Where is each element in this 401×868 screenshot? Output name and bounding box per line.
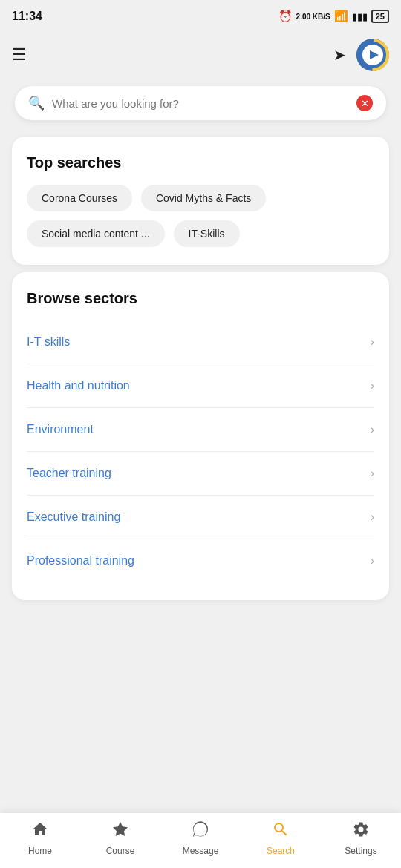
chevron-right-icon: › [371, 379, 374, 392]
sector-health-nutrition-label: Health and nutrition [27, 379, 130, 392]
chip-social-media[interactable]: Social media content ... [27, 220, 165, 247]
nav-home[interactable]: Home [18, 821, 62, 856]
alarm-icon: ⏰ [278, 10, 293, 23]
nav-home-label: Home [28, 846, 52, 856]
signal-icon: ▮▮▮ [352, 11, 368, 22]
wifi-icon: 📶 [334, 10, 348, 23]
sector-it-skills-label: I-T skills [27, 335, 70, 349]
chip-it-skills[interactable]: IT-Skills [174, 220, 240, 247]
sector-teacher-training[interactable]: Teacher training › [27, 452, 374, 496]
nav-search[interactable]: Search [258, 821, 303, 856]
settings-icon [352, 821, 370, 843]
network-speed: 2.00 KB/S [296, 13, 330, 21]
avatar[interactable] [356, 39, 389, 71]
top-bar-right: ➤ [333, 39, 389, 71]
nav-message-label: Message [183, 846, 219, 856]
nav-search-label: Search [267, 846, 295, 856]
sector-health-nutrition[interactable]: Health and nutrition › [27, 364, 374, 408]
menu-icon[interactable]: ☰ [12, 45, 27, 65]
sector-it-skills[interactable]: I-T skills › [27, 320, 374, 364]
chevron-right-icon: › [371, 554, 374, 568]
browse-sectors-card: Browse sectors I-T skills › Health and n… [12, 272, 389, 600]
chip-covid-myths[interactable]: Covid Myths & Facts [141, 185, 266, 211]
home-icon [31, 821, 49, 843]
chip-corona-courses[interactable]: Corona Courses [27, 185, 132, 211]
chevron-right-icon: › [371, 467, 374, 480]
status-icons: ⏰ 2.00 KB/S 📶 ▮▮▮ 25 [278, 10, 389, 23]
chevron-right-icon: › [371, 335, 374, 349]
bottom-nav: Home Course Message Search Settings [0, 813, 401, 868]
sector-professional-training-label: Professional training [27, 554, 134, 568]
search-container: 🔍 ✕ [0, 77, 401, 129]
nav-settings[interactable]: Settings [339, 821, 383, 856]
nav-message[interactable]: Message [178, 821, 223, 856]
search-clear-button[interactable]: ✕ [356, 95, 373, 111]
search-bar: 🔍 ✕ [15, 86, 386, 120]
sector-executive-training[interactable]: Executive training › [27, 496, 374, 539]
chevron-right-icon: › [371, 423, 374, 436]
search-nav-icon [272, 821, 290, 843]
chevron-right-icon: › [371, 510, 374, 524]
sector-environment-label: Environment [27, 423, 94, 436]
battery-icon: 25 [371, 10, 389, 23]
status-bar: 11:34 ⏰ 2.00 KB/S 📶 ▮▮▮ 25 [0, 0, 401, 33]
message-icon [192, 821, 209, 843]
share-icon[interactable]: ➤ [333, 46, 346, 64]
top-searches-title: Top searches [27, 154, 374, 171]
sector-teacher-training-label: Teacher training [27, 467, 111, 480]
browse-sectors-title: Browse sectors [27, 290, 374, 307]
sector-executive-training-label: Executive training [27, 510, 120, 524]
sector-professional-training[interactable]: Professional training › [27, 539, 374, 582]
search-input[interactable] [52, 97, 349, 110]
nav-course-label: Course [106, 846, 135, 856]
top-searches-card: Top searches Corona Courses Covid Myths … [12, 137, 389, 265]
star-icon [111, 821, 129, 843]
search-icon: 🔍 [28, 95, 45, 111]
sector-environment[interactable]: Environment › [27, 408, 374, 452]
nav-course[interactable]: Course [98, 821, 143, 856]
chips-row: Corona Courses Covid Myths & Facts Socia… [27, 185, 374, 247]
status-time: 11:34 [12, 10, 42, 23]
top-bar: ☰ ➤ [0, 33, 401, 77]
nav-settings-label: Settings [345, 846, 376, 856]
